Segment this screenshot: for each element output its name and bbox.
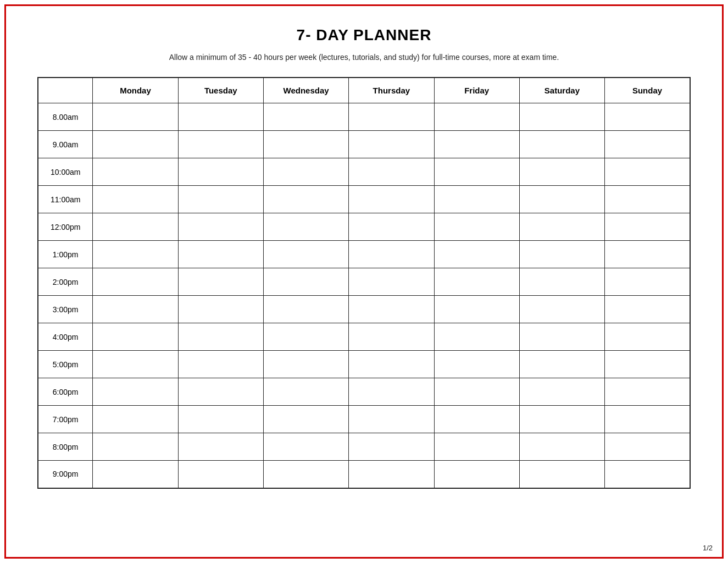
schedule-cell[interactable] — [178, 268, 263, 296]
schedule-cell[interactable] — [519, 323, 604, 351]
schedule-cell[interactable] — [93, 213, 178, 241]
schedule-cell[interactable] — [263, 323, 348, 351]
schedule-cell[interactable] — [93, 103, 178, 131]
schedule-cell[interactable] — [605, 268, 690, 296]
schedule-cell[interactable] — [178, 296, 263, 323]
schedule-cell[interactable] — [519, 461, 604, 488]
schedule-cell[interactable] — [605, 158, 690, 186]
schedule-cell[interactable] — [93, 268, 178, 296]
time-label: 2:00pm — [38, 268, 93, 296]
schedule-cell[interactable] — [605, 461, 690, 488]
schedule-cell[interactable] — [263, 186, 348, 213]
schedule-cell[interactable] — [434, 351, 519, 378]
schedule-cell[interactable] — [434, 241, 519, 268]
schedule-cell[interactable] — [178, 378, 263, 406]
schedule-cell[interactable] — [349, 213, 434, 241]
schedule-cell[interactable] — [605, 296, 690, 323]
schedule-cell[interactable] — [349, 103, 434, 131]
schedule-cell[interactable] — [434, 131, 519, 158]
schedule-cell[interactable] — [263, 103, 348, 131]
schedule-cell[interactable] — [605, 186, 690, 213]
schedule-cell[interactable] — [605, 378, 690, 406]
schedule-cell[interactable] — [93, 433, 178, 461]
schedule-cell[interactable] — [605, 406, 690, 433]
schedule-cell[interactable] — [434, 323, 519, 351]
schedule-cell[interactable] — [519, 378, 604, 406]
schedule-cell[interactable] — [349, 296, 434, 323]
schedule-cell[interactable] — [605, 241, 690, 268]
schedule-cell[interactable] — [519, 268, 604, 296]
schedule-cell[interactable] — [605, 131, 690, 158]
schedule-cell[interactable] — [519, 158, 604, 186]
schedule-cell[interactable] — [178, 351, 263, 378]
schedule-cell[interactable] — [263, 378, 348, 406]
schedule-cell[interactable] — [178, 241, 263, 268]
schedule-cell[interactable] — [263, 433, 348, 461]
schedule-cell[interactable] — [178, 213, 263, 241]
schedule-cell[interactable] — [434, 433, 519, 461]
schedule-cell[interactable] — [349, 158, 434, 186]
schedule-cell[interactable] — [349, 378, 434, 406]
schedule-cell[interactable] — [349, 268, 434, 296]
schedule-cell[interactable] — [434, 296, 519, 323]
schedule-cell[interactable] — [263, 351, 348, 378]
schedule-cell[interactable] — [349, 186, 434, 213]
schedule-cell[interactable] — [434, 158, 519, 186]
schedule-cell[interactable] — [93, 323, 178, 351]
schedule-cell[interactable] — [434, 103, 519, 131]
schedule-cell[interactable] — [519, 433, 604, 461]
schedule-cell[interactable] — [605, 323, 690, 351]
schedule-cell[interactable] — [178, 323, 263, 351]
schedule-cell[interactable] — [93, 186, 178, 213]
schedule-cell[interactable] — [93, 296, 178, 323]
schedule-cell[interactable] — [178, 461, 263, 488]
schedule-cell[interactable] — [519, 186, 604, 213]
schedule-cell[interactable] — [519, 213, 604, 241]
schedule-cell[interactable] — [349, 461, 434, 488]
schedule-cell[interactable] — [349, 241, 434, 268]
schedule-cell[interactable] — [93, 241, 178, 268]
header-monday: Monday — [93, 78, 178, 103]
schedule-cell[interactable] — [605, 433, 690, 461]
schedule-cell[interactable] — [263, 406, 348, 433]
schedule-cell[interactable] — [349, 351, 434, 378]
schedule-cell[interactable] — [349, 131, 434, 158]
schedule-cell[interactable] — [178, 103, 263, 131]
schedule-cell[interactable] — [93, 378, 178, 406]
schedule-cell[interactable] — [605, 213, 690, 241]
schedule-cell[interactable] — [349, 406, 434, 433]
schedule-cell[interactable] — [349, 323, 434, 351]
schedule-cell[interactable] — [263, 131, 348, 158]
schedule-cell[interactable] — [178, 131, 263, 158]
schedule-cell[interactable] — [434, 378, 519, 406]
schedule-cell[interactable] — [263, 461, 348, 488]
schedule-cell[interactable] — [178, 186, 263, 213]
schedule-cell[interactable] — [93, 351, 178, 378]
schedule-cell[interactable] — [519, 406, 604, 433]
schedule-cell[interactable] — [263, 296, 348, 323]
schedule-cell[interactable] — [605, 103, 690, 131]
schedule-cell[interactable] — [519, 296, 604, 323]
schedule-cell[interactable] — [263, 213, 348, 241]
schedule-cell[interactable] — [93, 406, 178, 433]
schedule-cell[interactable] — [519, 351, 604, 378]
schedule-cell[interactable] — [178, 433, 263, 461]
schedule-cell[interactable] — [263, 158, 348, 186]
schedule-cell[interactable] — [434, 186, 519, 213]
schedule-cell[interactable] — [434, 461, 519, 488]
schedule-cell[interactable] — [178, 158, 263, 186]
schedule-cell[interactable] — [93, 158, 178, 186]
schedule-cell[interactable] — [93, 131, 178, 158]
schedule-cell[interactable] — [263, 241, 348, 268]
schedule-cell[interactable] — [519, 131, 604, 158]
schedule-cell[interactable] — [434, 213, 519, 241]
schedule-cell[interactable] — [519, 241, 604, 268]
schedule-cell[interactable] — [349, 433, 434, 461]
schedule-cell[interactable] — [434, 268, 519, 296]
schedule-cell[interactable] — [434, 406, 519, 433]
schedule-cell[interactable] — [263, 268, 348, 296]
schedule-cell[interactable] — [519, 103, 604, 131]
schedule-cell[interactable] — [178, 406, 263, 433]
schedule-cell[interactable] — [93, 461, 178, 488]
schedule-cell[interactable] — [605, 351, 690, 378]
